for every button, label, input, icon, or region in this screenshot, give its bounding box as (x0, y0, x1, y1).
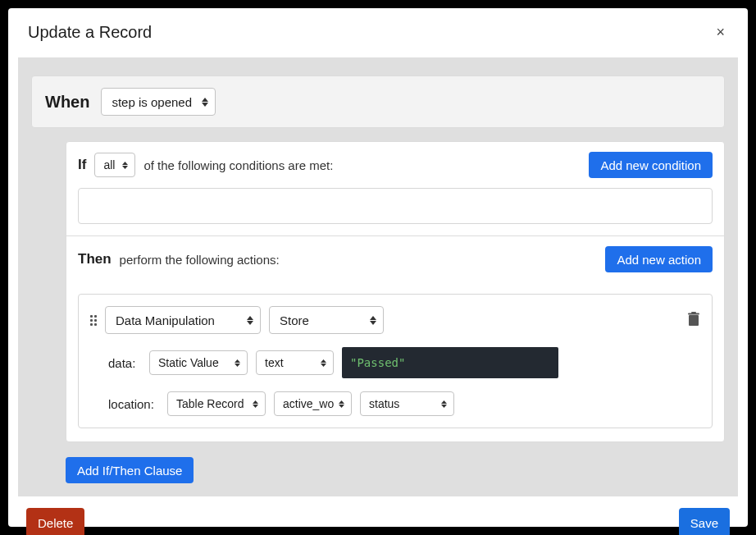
svg-marker-2 (122, 162, 128, 165)
svg-marker-1 (202, 103, 208, 107)
action-category-value: Data Manipulation (116, 313, 215, 327)
save-button[interactable]: Save (679, 508, 730, 535)
trash-icon[interactable] (687, 312, 700, 329)
location-field-value: status (369, 397, 399, 410)
action-card: Data Manipulation Store (78, 294, 713, 428)
when-section: When step is opened (31, 75, 725, 128)
action-category-select[interactable]: Data Manipulation (105, 306, 261, 334)
conditions-empty[interactable] (78, 188, 713, 224)
location-field-select[interactable]: status (360, 391, 454, 416)
then-subtitle: perform the following actions: (120, 253, 280, 267)
data-source-value: Static Value (158, 356, 219, 369)
modal-footer: Delete Save (8, 496, 748, 535)
updown-icon (370, 316, 376, 325)
delete-button[interactable]: Delete (26, 508, 84, 535)
data-value-text: "Passed" (350, 356, 405, 369)
modal-title: Update a Record (28, 23, 152, 42)
updown-icon (339, 400, 344, 408)
location-record-select[interactable]: active_wo (274, 391, 352, 416)
location-kind-value: Table Record (176, 397, 244, 410)
svg-marker-6 (370, 316, 376, 320)
when-trigger-value: step is opened (112, 95, 192, 109)
svg-marker-14 (321, 364, 326, 367)
svg-marker-20 (441, 405, 447, 408)
updown-icon (247, 316, 253, 325)
svg-marker-11 (235, 359, 240, 363)
modal-header: Update a Record × (8, 8, 748, 57)
updown-icon (253, 400, 258, 408)
updown-icon (235, 359, 240, 367)
svg-marker-5 (247, 321, 253, 325)
updown-icon (441, 400, 447, 408)
location-label: location: (108, 397, 159, 411)
updown-icon (202, 98, 208, 107)
data-type-select[interactable]: text (256, 350, 334, 375)
svg-rect-8 (689, 315, 699, 326)
svg-marker-17 (339, 400, 344, 404)
svg-marker-12 (235, 364, 240, 367)
svg-marker-7 (370, 321, 376, 325)
modal-body: When step is opened If all (18, 57, 738, 496)
if-match-value: all (103, 158, 115, 171)
if-then-block: If all of the following conditions are m… (66, 141, 725, 442)
add-if-then-clause-button[interactable]: Add If/Then Clause (66, 457, 194, 483)
data-source-select[interactable]: Static Value (149, 350, 248, 375)
data-value-input[interactable]: "Passed" (342, 347, 558, 378)
close-icon[interactable]: × (713, 21, 728, 43)
svg-marker-13 (321, 359, 326, 363)
if-label: If (78, 157, 86, 173)
svg-rect-10 (691, 312, 696, 313)
action-operation-value: Store (280, 313, 309, 327)
svg-marker-19 (441, 400, 447, 404)
svg-marker-16 (253, 405, 258, 408)
modal: Update a Record × When step is opened If (8, 8, 748, 527)
when-label: When (45, 93, 89, 112)
svg-marker-15 (253, 400, 258, 404)
action-operation-select[interactable]: Store (269, 306, 384, 334)
if-header: If all of the following conditions are m… (66, 142, 724, 188)
drag-handle-icon[interactable] (90, 315, 97, 326)
data-label: data: (108, 356, 141, 370)
when-trigger-select[interactable]: step is opened (101, 88, 216, 116)
location-record-value: active_wo (283, 397, 334, 410)
if-suffix: of the following conditions are met: (143, 158, 333, 172)
if-match-select[interactable]: all (94, 153, 135, 177)
data-type-value: text (265, 356, 284, 369)
updown-icon (122, 162, 128, 169)
svg-marker-3 (122, 166, 128, 169)
then-header: Then perform the following actions: Add … (66, 236, 724, 282)
svg-marker-18 (339, 405, 344, 408)
add-condition-button[interactable]: Add new condition (589, 152, 713, 178)
svg-marker-4 (247, 316, 253, 320)
location-kind-select[interactable]: Table Record (167, 391, 266, 416)
updown-icon (321, 359, 326, 367)
then-label: Then (78, 251, 112, 268)
add-action-button[interactable]: Add new action (605, 246, 713, 272)
svg-marker-0 (202, 98, 208, 102)
